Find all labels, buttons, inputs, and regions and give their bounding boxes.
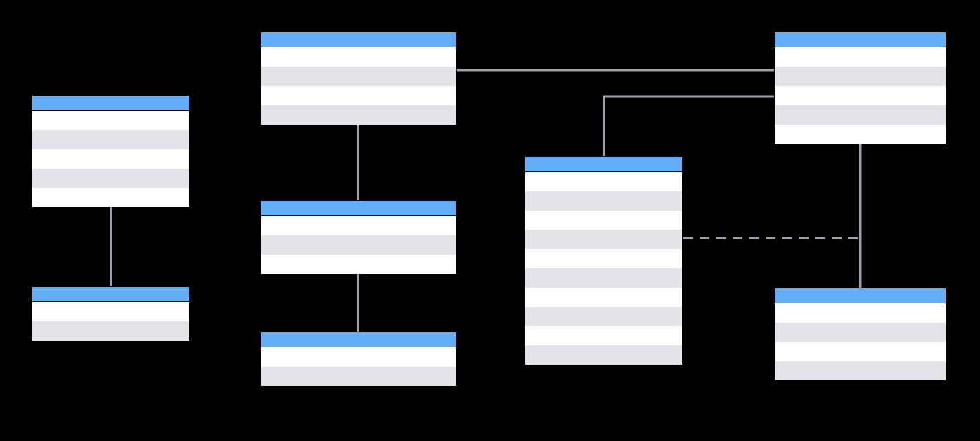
class-node-row [775, 342, 946, 361]
class-node-row [775, 361, 946, 380]
class-node-E[interactable] [260, 332, 457, 385]
class-node-row [775, 67, 946, 86]
class-node-header [775, 288, 946, 303]
class-node-B[interactable] [32, 286, 190, 340]
class-node-row [525, 211, 682, 230]
class-node-row [261, 67, 456, 86]
class-node-header [525, 157, 682, 172]
class-node-row [261, 47, 456, 67]
class-node-row [32, 302, 189, 321]
class-node-row [775, 303, 946, 323]
class-node-row [525, 230, 682, 249]
class-node-row [261, 105, 456, 125]
class-node-header [261, 32, 456, 47]
class-node-row [525, 191, 682, 211]
class-node-row [261, 255, 456, 274]
class-node-header [775, 32, 946, 47]
class-node-row [525, 345, 682, 365]
class-node-D[interactable] [260, 200, 457, 273]
class-node-row [261, 347, 456, 367]
class-node-C[interactable] [260, 32, 457, 124]
class-node-row [525, 307, 682, 326]
class-node-row [525, 172, 682, 191]
class-node-A[interactable] [32, 95, 190, 206]
class-node-row [775, 47, 946, 67]
class-node-header [32, 96, 189, 111]
class-node-row [32, 321, 189, 341]
class-node-row [775, 125, 946, 144]
class-node-H[interactable] [774, 288, 946, 380]
connector-G-F [604, 96, 774, 156]
class-node-row [32, 188, 189, 207]
class-node-row [32, 149, 189, 169]
class-node-header [32, 287, 189, 302]
class-node-row [775, 323, 946, 342]
class-node-row [32, 130, 189, 149]
class-node-header [261, 201, 456, 216]
class-node-row [775, 105, 946, 125]
class-node-row [775, 86, 946, 105]
class-node-row [32, 169, 189, 188]
class-node-row [32, 111, 189, 130]
diagram-canvas [0, 0, 980, 441]
class-node-header [261, 332, 456, 347]
class-node-row [525, 268, 682, 288]
class-node-F[interactable] [525, 156, 683, 364]
class-node-row [261, 367, 456, 386]
class-node-row [261, 86, 456, 105]
class-node-row [525, 249, 682, 268]
class-node-row [261, 216, 456, 235]
class-node-G[interactable] [774, 32, 946, 143]
class-node-row [525, 288, 682, 307]
class-node-row [261, 235, 456, 255]
class-node-row [525, 326, 682, 345]
